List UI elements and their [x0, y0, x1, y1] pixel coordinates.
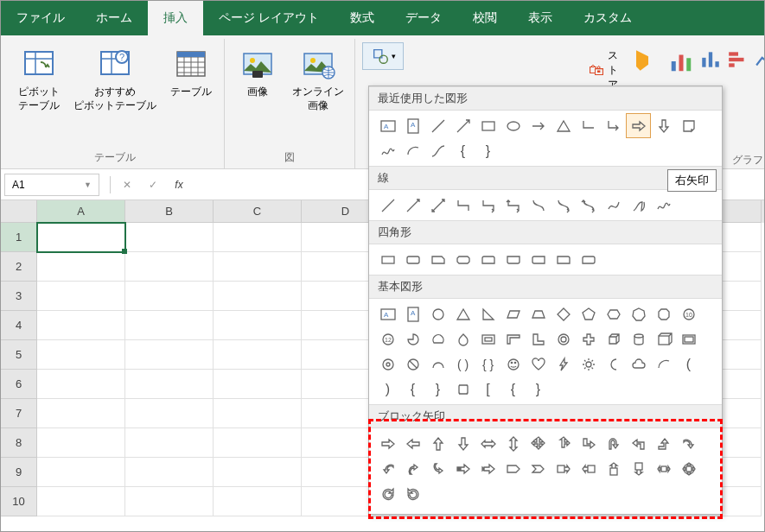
line1-icon[interactable]: [376, 193, 399, 217]
dia1-icon[interactable]: [551, 302, 575, 326]
tri1-icon[interactable]: [451, 302, 475, 326]
ba-notched-icon[interactable]: [476, 457, 500, 480]
bracket-pair1-icon[interactable]: ( ): [451, 352, 475, 376]
ba-circular-icon[interactable]: [376, 482, 399, 505]
note-shape-icon[interactable]: [677, 114, 700, 137]
row-header-3[interactable]: 3: [1, 282, 37, 311]
arc2-icon[interactable]: [426, 352, 449, 376]
ba-curveddown-icon[interactable]: [426, 457, 449, 480]
cube2-icon[interactable]: [677, 327, 700, 351]
rect1-icon[interactable]: [376, 248, 399, 271]
cell-A7[interactable]: [37, 399, 125, 428]
bing-maps-icon[interactable]: [630, 48, 654, 75]
bracket-l2-icon[interactable]: [: [476, 377, 500, 401]
table-button[interactable]: テーブル: [165, 42, 217, 149]
line12-icon[interactable]: [652, 193, 675, 217]
cell-A5[interactable]: [37, 340, 125, 370]
donut1-icon[interactable]: [376, 352, 399, 376]
ba-circular2-icon[interactable]: [401, 482, 424, 505]
rectangle-icon[interactable]: [476, 114, 500, 137]
ba-callout-l-icon[interactable]: [577, 457, 600, 480]
cell-C2[interactable]: [214, 252, 302, 282]
pie1-icon[interactable]: [401, 327, 424, 351]
cell-A8[interactable]: [37, 428, 125, 458]
col-header-C[interactable]: C: [214, 200, 302, 223]
bar-chart-icon[interactable]: [699, 48, 722, 71]
ba-up-icon[interactable]: [426, 432, 449, 455]
ba-curvedleft-icon[interactable]: [376, 457, 399, 480]
elbow-line-icon[interactable]: [577, 114, 600, 137]
row-header-9[interactable]: 9: [1, 458, 37, 487]
ba-right-icon[interactable]: [376, 432, 399, 455]
cube1-icon[interactable]: [602, 327, 625, 351]
cell-C4[interactable]: [214, 311, 302, 340]
col-header-B[interactable]: B: [125, 200, 214, 223]
ba-callout-u-icon[interactable]: [602, 457, 625, 480]
recommended-charts-icon[interactable]: [668, 48, 694, 74]
cell-B2[interactable]: [125, 252, 214, 282]
row-header-10[interactable]: 10: [1, 487, 37, 516]
cell-C7[interactable]: [214, 399, 302, 428]
ba-pentagon-icon[interactable]: [501, 457, 525, 480]
rect7-icon[interactable]: [526, 248, 550, 271]
triangle-icon[interactable]: [551, 114, 575, 137]
arc3-icon[interactable]: [652, 352, 675, 376]
tab-insert[interactable]: 挿入: [148, 1, 203, 35]
curve-icon[interactable]: [426, 139, 449, 162]
bracket-l-icon[interactable]: (: [677, 352, 700, 376]
cell-B9[interactable]: [125, 458, 214, 487]
line9-icon[interactable]: [577, 193, 600, 217]
rarrow-line-icon[interactable]: [526, 114, 550, 137]
tab-page-layout[interactable]: ページ レイアウト: [203, 1, 335, 35]
line4-icon[interactable]: [451, 193, 475, 217]
ba-leftup-icon[interactable]: [551, 432, 575, 455]
moon1-icon[interactable]: [602, 352, 625, 376]
sun1-icon[interactable]: [577, 352, 600, 376]
pictures-button[interactable]: 画像: [232, 42, 284, 149]
chord1-icon[interactable]: [426, 327, 449, 351]
shapes-dropdown-button[interactable]: ▾: [362, 42, 404, 70]
line10-icon[interactable]: [602, 193, 625, 217]
ba-bentright-icon[interactable]: [577, 432, 600, 455]
text-box-icon[interactable]: A: [376, 114, 399, 137]
cell-C1[interactable]: [214, 223, 302, 252]
line-icon[interactable]: [426, 114, 449, 137]
tab-home[interactable]: ホーム: [80, 1, 148, 35]
cell-A2[interactable]: [37, 252, 125, 282]
cell-B7[interactable]: [125, 399, 214, 428]
line-chart-icon[interactable]: [755, 48, 765, 71]
cell-B3[interactable]: [125, 282, 214, 311]
rect2-icon[interactable]: [401, 248, 424, 271]
ba-uturn-icon[interactable]: [602, 432, 625, 455]
pivot-table-button[interactable]: ピボット テーブル: [13, 42, 65, 149]
row-header-4[interactable]: 4: [1, 311, 37, 340]
heart1-icon[interactable]: [526, 352, 550, 376]
ba-striped-icon[interactable]: [451, 457, 475, 480]
cell-B4[interactable]: [125, 311, 214, 340]
ba-leftup2-icon[interactable]: [627, 432, 650, 455]
cell-B8[interactable]: [125, 428, 214, 458]
brace-l-icon[interactable]: {: [401, 377, 424, 401]
text-box-v-icon[interactable]: A: [401, 114, 424, 137]
cell-A3[interactable]: [37, 282, 125, 311]
cyl1-icon[interactable]: [627, 327, 650, 351]
online-pictures-button[interactable]: オンライン 画像: [289, 42, 347, 149]
tab-file[interactable]: ファイル: [1, 1, 80, 35]
cancel-formula-button[interactable]: ✕: [114, 174, 140, 196]
tb1-icon[interactable]: A: [376, 302, 399, 326]
row-header-6[interactable]: 6: [1, 370, 37, 399]
trap1-icon[interactable]: [526, 302, 550, 326]
elbow-arrow-icon[interactable]: [602, 114, 625, 137]
cell-C6[interactable]: [214, 370, 302, 399]
ring1-icon[interactable]: [551, 327, 575, 351]
line5-icon[interactable]: [476, 193, 500, 217]
ba-callout-r-icon[interactable]: [551, 457, 575, 480]
rtri1-icon[interactable]: [476, 302, 500, 326]
cell-A9[interactable]: [37, 458, 125, 487]
cell-C10[interactable]: [214, 487, 302, 516]
ba-left-icon[interactable]: [401, 432, 424, 455]
chevron-down-icon[interactable]: ▼: [84, 180, 92, 189]
line6-icon[interactable]: [501, 193, 525, 217]
scribble-icon[interactable]: [376, 139, 399, 162]
dec1-icon[interactable]: 10: [677, 302, 700, 326]
